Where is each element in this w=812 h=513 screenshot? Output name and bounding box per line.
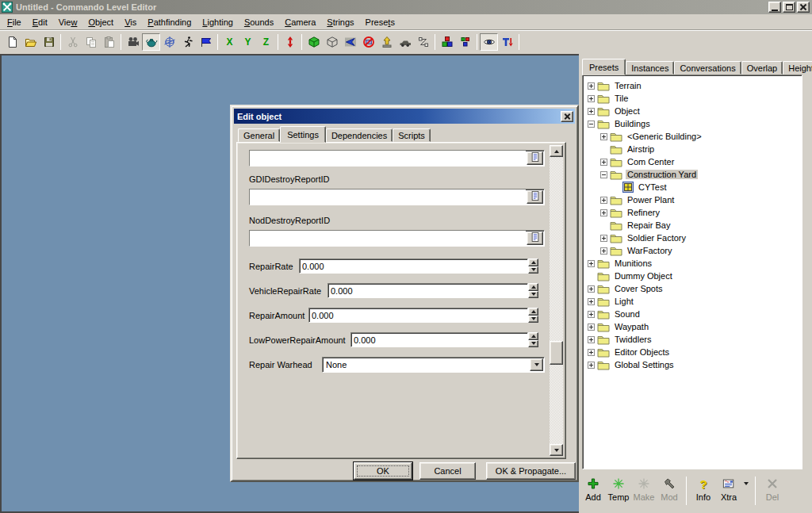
waypath-z-button[interactable] — [414, 33, 432, 51]
tab-instances[interactable]: Instances — [626, 61, 674, 75]
cut-button[interactable] — [63, 33, 82, 51]
noddestroyreportid-input[interactable] — [250, 231, 526, 246]
tab-dependencies[interactable]: Dependencies — [326, 128, 393, 142]
menu-camera[interactable]: Camera — [279, 16, 321, 29]
runner-button[interactable] — [178, 33, 197, 51]
tree-expand-icon[interactable] — [588, 95, 595, 102]
cancel-button[interactable]: Cancel — [419, 462, 476, 480]
tree-expand-icon[interactable] — [588, 362, 595, 369]
menu-vis[interactable]: Vis — [119, 16, 142, 29]
field-0-browse-button[interactable] — [527, 151, 543, 165]
tree-expand-icon[interactable] — [600, 247, 607, 255]
menu-object[interactable]: Object — [82, 16, 119, 29]
tree-expand-icon[interactable] — [588, 323, 595, 331]
tree-item-buildings[interactable]: Buildings — [583, 117, 802, 130]
save-file-button[interactable] — [40, 33, 58, 51]
tree-item-soldier-factory[interactable]: Soldier Factory — [583, 232, 802, 244]
tree-item-warfactory[interactable]: WarFactory — [583, 244, 802, 257]
info-button[interactable]: ?Info — [691, 477, 716, 502]
tree-expand-icon[interactable] — [588, 260, 595, 267]
tree-item-editor-objects[interactable]: Editor Objects — [583, 346, 802, 358]
tree-expand-icon[interactable] — [600, 197, 607, 204]
tree-item-generic-building[interactable]: <Generic Building> — [583, 130, 802, 143]
tree-expand-icon[interactable] — [588, 298, 595, 305]
tree-expand-icon[interactable] — [588, 285, 595, 293]
tree-expand-icon[interactable] — [600, 209, 607, 216]
vehiclerepairrate-input[interactable] — [327, 283, 528, 298]
new-file-button[interactable] — [3, 33, 21, 51]
ok-propagate-button[interactable]: OK & Propagate... — [486, 462, 576, 480]
paste-button[interactable] — [100, 33, 118, 51]
mini-cubes-button[interactable] — [456, 33, 474, 51]
scroll-up-button[interactable] — [550, 145, 563, 157]
lowpowerrepairamount-spin-up-button[interactable] — [528, 332, 538, 340]
tree-item-com-center[interactable]: Com Center — [583, 155, 802, 168]
tree-item-waypath[interactable]: Waypath — [583, 320, 802, 333]
repairrate-input[interactable] — [299, 258, 528, 274]
tree-expand-icon[interactable] — [588, 311, 595, 318]
eye-button[interactable] — [480, 33, 498, 51]
menu-edit[interactable]: Edit — [27, 16, 53, 29]
tree-item-repair-bay[interactable]: Repair Bay — [583, 219, 802, 232]
tab-overlap[interactable]: Overlap — [741, 61, 783, 75]
tree-item-construction-yard[interactable]: Construction Yard — [583, 168, 802, 181]
updown-arrow-button[interactable] — [281, 33, 299, 51]
repair-warhead-dropdown-button[interactable] — [530, 358, 543, 371]
vis-arrow-button[interactable] — [341, 33, 359, 51]
tree-item-sound[interactable]: Sound — [583, 308, 802, 320]
tree-expand-icon[interactable] — [588, 108, 595, 115]
menu-strings[interactable]: Strings — [321, 16, 359, 29]
flag-button[interactable] — [197, 33, 215, 51]
axis-y-button[interactable]: Y — [239, 33, 257, 51]
elevate-button[interactable] — [377, 33, 396, 51]
tab-general[interactable]: General — [238, 128, 280, 142]
repairrate-spin-down-button[interactable] — [528, 266, 538, 274]
tree-item-light[interactable]: Light — [583, 295, 802, 308]
tree-expand-icon[interactable] — [588, 82, 595, 90]
gdidestroyreportid-browse-button[interactable] — [527, 190, 543, 204]
tree-expand-icon[interactable] — [588, 349, 595, 356]
tab-conversations[interactable]: Conversations — [674, 61, 741, 75]
tree-item-dummy-object[interactable]: Dummy Object — [583, 270, 802, 282]
repairamount-input[interactable] — [308, 308, 528, 323]
open-file-button[interactable] — [21, 33, 40, 51]
tab-settings[interactable]: Settings — [280, 126, 326, 143]
scroll-down-button[interactable] — [550, 444, 563, 456]
camera-button[interactable] — [124, 33, 142, 51]
tab-heightfield[interactable]: Heightfield — [783, 61, 812, 75]
menu-file[interactable]: File — [2, 16, 27, 29]
menu-pathfinding[interactable]: Pathfinding — [142, 16, 197, 29]
repairamount-spin-down-button[interactable] — [528, 316, 538, 323]
tree-item-airstrip[interactable]: Airstrip — [583, 143, 802, 155]
tree-item-refinery[interactable]: Refinery — [583, 206, 802, 219]
menu-sounds[interactable]: Sounds — [239, 16, 279, 29]
axis-x-button[interactable]: X — [220, 33, 239, 51]
tree-item-cover-spots[interactable]: Cover Spots — [583, 282, 802, 295]
maximize-button[interactable] — [783, 2, 795, 13]
gdidestroyreportid-input[interactable] — [250, 190, 526, 205]
minimize-button[interactable] — [768, 2, 781, 13]
dialog-close-button[interactable] — [561, 111, 573, 122]
tree-item-object[interactable]: Object — [583, 105, 802, 117]
teapot-button[interactable] — [142, 33, 160, 51]
wire-cube-button[interactable] — [323, 33, 341, 51]
menu-view[interactable]: View — [53, 16, 83, 29]
vehiclerepairrate-spin-up-button[interactable] — [528, 283, 538, 291]
tree-item-twiddlers[interactable]: Twiddlers — [583, 333, 802, 346]
tree-expand-icon[interactable] — [600, 235, 607, 242]
text-drop-button[interactable] — [498, 33, 516, 51]
tree-item-tile[interactable]: Tile — [583, 92, 802, 105]
scrollbar-thumb[interactable] — [550, 341, 563, 365]
add-button[interactable]: Add — [580, 477, 606, 502]
solid-cube-button[interactable] — [304, 33, 323, 51]
xtra-button[interactable]: Xtra — [716, 477, 741, 502]
menu-presets[interactable]: Presets — [360, 16, 400, 29]
tab-presets[interactable]: Presets — [582, 59, 626, 75]
field-0-input[interactable] — [250, 151, 526, 166]
vehicle-button[interactable] — [396, 33, 414, 51]
no-sign-button[interactable] — [359, 33, 377, 51]
tree-expand-icon[interactable] — [600, 133, 607, 140]
temp-button[interactable]: Temp — [606, 477, 631, 502]
vehiclerepairrate-spin-down-button[interactable] — [528, 291, 538, 299]
lowpowerrepairamount-spin-down-button[interactable] — [528, 340, 538, 348]
